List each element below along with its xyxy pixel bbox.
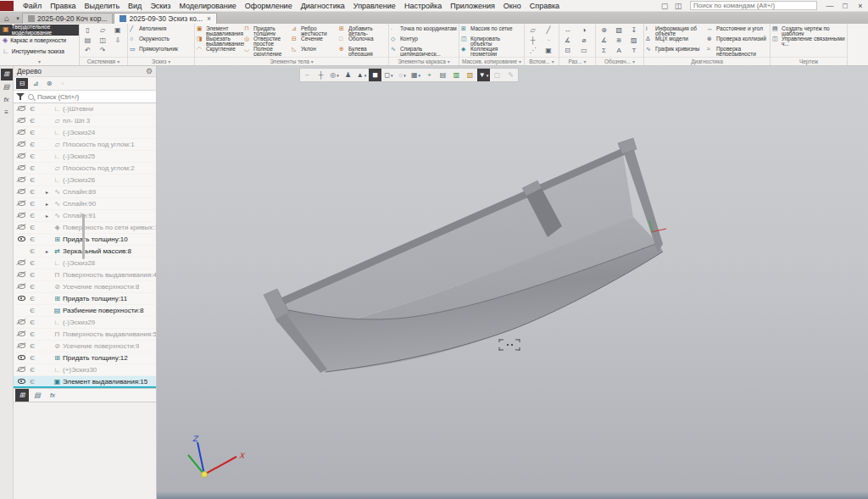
tree-item[interactable]: Є▸∿Сплайн:91 (14, 210, 156, 222)
ribbon-icon-button[interactable]: ↶ (81, 46, 94, 55)
visibility-icon[interactable] (16, 270, 27, 280)
sections-icon[interactable]: ▫ (57, 78, 69, 89)
ribbon-button[interactable]: ◨Вырезать выдавливанием (197, 36, 244, 46)
ribbon-icon-button[interactable]: ∙ (542, 36, 555, 45)
properties-panel-icon[interactable]: ▤ (1, 81, 13, 93)
ribbon-icon-button[interactable]: ▱ (526, 25, 539, 35)
expand-icon[interactable]: ▸ (46, 201, 52, 207)
ribbon-button[interactable]: ◠Скругление (197, 46, 244, 56)
ribbon-button[interactable]: ▭Прямоугольник (130, 46, 192, 56)
menu-item[interactable]: Правка (46, 2, 80, 10)
ribbon-group-label[interactable]: Элементы тела▾ (195, 57, 388, 65)
exclude-from-calc-icon[interactable]: Є (28, 105, 36, 113)
exclude-from-calc-icon[interactable]: Є (28, 342, 36, 350)
ribbon-group-label[interactable]: Диагностика (644, 57, 770, 65)
structure-tab-icon[interactable]: ▤ (31, 389, 44, 402)
zoom-icon[interactable]: ◎▾ (328, 69, 341, 81)
home-button[interactable]: ⌂ (0, 13, 14, 24)
menu-item[interactable]: Вид (124, 2, 146, 10)
ribbon-icon-button[interactable]: ⇩ (111, 36, 124, 45)
ribbon-group-label[interactable]: Эскиз▾ (128, 57, 194, 65)
ribbon-button[interactable]: ∿Спираль цилиндрическ... (391, 46, 457, 56)
ribbon-icon-button[interactable]: ⋰ (526, 46, 539, 55)
tree-item[interactable]: Є▸⇄Зеркальный массив:8 (14, 246, 156, 258)
menu-item[interactable]: Справка (526, 2, 564, 10)
tree-item[interactable]: Є▱пл- Шп 3 (14, 115, 156, 127)
exclude-from-calc-icon[interactable]: Є (28, 224, 36, 231)
tree-item[interactable]: Є▣Элемент выдавливания:15 (14, 376, 156, 388)
menu-item[interactable]: Управление (349, 2, 400, 10)
ribbon-button[interactable]: ▤Создать чертеж по шаблону (772, 25, 845, 36)
tree-item[interactable]: ЄΠПоверхность выдавливания:5 (14, 329, 156, 341)
tree-item[interactable]: ЄΠПоверхность выдавливания:4 (14, 269, 156, 281)
exclude-from-calc-icon[interactable]: Є (28, 176, 36, 184)
visibility-icon[interactable] (16, 116, 27, 125)
exclude-from-calc-icon[interactable]: Є (28, 117, 36, 125)
exclude-from-calc-icon[interactable]: Є (28, 236, 36, 243)
ribbon-icon-button[interactable]: ≋ (613, 36, 626, 45)
exclude-from-calc-icon[interactable]: Є (28, 271, 36, 279)
ribbon-icon-button[interactable]: ▭ (578, 46, 591, 55)
visibility-icon[interactable] (16, 341, 27, 351)
clipboard-icon[interactable]: ▤ (437, 69, 449, 81)
visibility-icon[interactable] (16, 258, 27, 268)
tree-item[interactable]: Є∟(-)Эскиз24 (14, 127, 156, 139)
visibility-icon[interactable] (16, 164, 27, 173)
exclude-from-calc-icon[interactable]: Є (28, 259, 36, 267)
ribbon-button[interactable]: ⊗Проверка коллизий (707, 36, 768, 46)
tree-item[interactable]: Є∟(+)Эскиз30 (14, 364, 156, 376)
ribbon-button[interactable]: ◫Копировать объекты (461, 36, 522, 46)
ribbon-button[interactable]: ⊟Сечение (292, 36, 339, 46)
visibility-icon[interactable] (16, 104, 27, 114)
screens-icon[interactable]: ◫ (671, 2, 685, 10)
capture-icon[interactable]: ▥ (450, 69, 463, 81)
filter-icon[interactable]: ▼▾ (477, 69, 490, 81)
ribbon-button[interactable]: ╱Автолиния (130, 25, 192, 36)
boat-model[interactable] (157, 66, 868, 499)
close-button[interactable]: × (853, 2, 868, 10)
report-icon[interactable]: ▧ (464, 69, 476, 81)
document-tab[interactable]: 2025-09-20 Коч кор... (22, 13, 113, 24)
ribbon-button[interactable]: ◡Полное скругление (244, 46, 292, 56)
exclude-from-calc-icon[interactable]: Є (28, 330, 36, 338)
exclude-from-calc-icon[interactable]: Є (28, 152, 36, 160)
gear-icon[interactable]: ⚙ (146, 67, 153, 75)
menu-item[interactable]: Выделить (81, 2, 125, 10)
menu-item[interactable]: Файл (19, 2, 46, 10)
tree-item[interactable]: Є∟(-)Эскиз26 (14, 175, 156, 186)
tree-scrollbar[interactable] (82, 213, 85, 259)
ribbon-icon-button[interactable]: T (627, 46, 640, 55)
ribbon-icon-button[interactable]: ↔ (561, 25, 574, 35)
exclude-from-calc-icon[interactable]: Є (28, 188, 36, 196)
tree-search-input[interactable] (37, 93, 153, 101)
menu-item[interactable]: Приложения (446, 2, 499, 10)
ribbon-icon-button[interactable]: ⊡ (561, 46, 574, 55)
orientation-icon[interactable]: ♟ (342, 69, 354, 81)
ribbon-button[interactable]: ◺Уклон (292, 46, 339, 56)
tab-close-icon[interactable]: × (207, 14, 211, 23)
tree-item[interactable]: Є⊞Придать толщину:12 (14, 352, 156, 364)
ribbon-button[interactable]: ◎Отверстие простое (244, 36, 292, 46)
display-mode-icon[interactable]: ◻▾ (382, 69, 395, 81)
local-csys-icon[interactable]: ┼ (314, 69, 327, 81)
menu-item[interactable]: Диагностика (297, 2, 349, 10)
ribbon-icon-button[interactable]: ▱ (97, 25, 109, 35)
menu-item[interactable]: Эскиз (146, 2, 175, 10)
ribbon-group-label[interactable]: Вспом...▾ (525, 57, 559, 65)
ribbon-button[interactable]: □Оболочка (339, 36, 387, 46)
document-tab[interactable]: 2025-09-30 Эскиз ко...× (114, 13, 217, 24)
visibility-icon[interactable] (16, 152, 27, 161)
ribbon-icon-button[interactable]: ▤ (81, 36, 94, 45)
visibility-icon[interactable] (16, 377, 27, 386)
ribbon-button[interactable]: iИнформация об объекте (646, 25, 707, 36)
relations-icon[interactable]: ⊛ (43, 78, 55, 89)
tree-item[interactable]: Є▤Разбиение поверхности:8 (14, 305, 156, 317)
visibility-icon[interactable] (16, 235, 27, 244)
tree-item[interactable]: Є⊞Придать толщину:10 (14, 234, 156, 246)
visibility-icon[interactable] (16, 282, 27, 291)
ribbon-group-label[interactable]: Раз...▾ (559, 57, 595, 65)
ribbon-group-label[interactable]: Элементы каркаса▾ (389, 57, 459, 65)
ribbon-icon-button[interactable]: ▨ (627, 36, 640, 45)
tree-item[interactable]: Є▸∿Сплайн:90 (14, 198, 156, 210)
ribbon-icon-button[interactable]: ▧ (613, 25, 626, 35)
